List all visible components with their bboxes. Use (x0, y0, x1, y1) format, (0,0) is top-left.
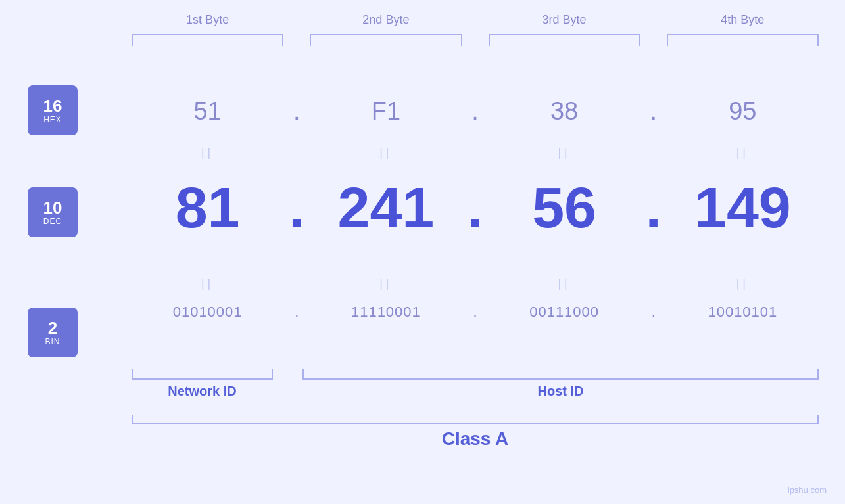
watermark: ipshu.com (788, 485, 827, 495)
eq1-3: || (489, 146, 640, 160)
bin-base-name: BIN (45, 337, 60, 346)
network-id-label: Network ID (132, 384, 273, 399)
bin-val-1: 01010001 (132, 304, 283, 321)
bin-val-2: 11110001 (310, 304, 462, 321)
eq1-2: || (310, 146, 462, 160)
dec-base-number: 10 (43, 198, 62, 218)
bin-dot-3: . (640, 304, 667, 321)
hex-val-3: 38 (489, 97, 640, 126)
top-bracket-1 (132, 34, 283, 46)
host-id-bracket (302, 369, 819, 380)
equals-row-2: || || || || (132, 277, 819, 291)
class-label: Class A (132, 428, 819, 449)
byte-label-3: 3rd Byte (489, 13, 640, 27)
hex-dot-3: . (640, 97, 667, 126)
hex-row: 51 . F1 . 38 . 95 (132, 97, 819, 126)
eq1-4: || (667, 146, 819, 160)
hex-base-name: HEX (43, 115, 62, 124)
top-bracket-3 (489, 34, 640, 46)
hex-val-1: 51 (132, 97, 283, 126)
byte-label-1: 1st Byte (132, 13, 283, 27)
hex-base-box: 16 HEX (28, 85, 78, 135)
dec-dot-3: . (640, 174, 667, 241)
network-id-bracket (132, 369, 273, 380)
equals-row-1: || || || || (132, 146, 819, 160)
bin-base-box: 2 BIN (28, 308, 78, 357)
hex-val-4: 95 (667, 97, 819, 126)
eq1-1: || (132, 146, 283, 160)
eq2-4: || (667, 277, 819, 291)
eq2-3: || (489, 277, 640, 291)
host-id-label: Host ID (302, 384, 819, 399)
dec-val-3: 56 (489, 174, 640, 241)
dec-dot-1: . (283, 174, 310, 241)
hex-dot-2: . (462, 97, 489, 126)
dec-val-4: 149 (667, 174, 819, 241)
bin-val-4: 10010101 (667, 304, 819, 321)
dec-base-box: 10 DEC (28, 187, 78, 237)
hex-base-number: 16 (43, 97, 62, 116)
hex-dot-1: . (283, 97, 310, 126)
dec-dot-2: . (462, 174, 489, 241)
dec-row: 81 . 241 . 56 . 149 (132, 174, 819, 241)
top-bracket-2 (310, 34, 462, 46)
bin-base-number: 2 (48, 319, 57, 338)
dec-val-1: 81 (132, 174, 283, 241)
bin-val-3: 00111000 (489, 304, 640, 321)
bin-dot-2: . (462, 304, 489, 321)
class-bracket (132, 415, 819, 424)
eq2-1: || (132, 277, 283, 291)
bin-dot-1: . (283, 304, 310, 321)
byte-label-4: 4th Byte (667, 13, 819, 27)
byte-labels-row: 1st Byte 2nd Byte 3rd Byte 4th Byte (132, 13, 819, 27)
hex-val-2: F1 (310, 97, 462, 126)
dec-base-name: DEC (43, 217, 62, 226)
top-bracket-4 (667, 34, 819, 46)
byte-label-2: 2nd Byte (310, 13, 462, 27)
top-brackets-row (132, 34, 819, 46)
eq2-2: || (310, 277, 462, 291)
dec-val-2: 241 (310, 174, 462, 241)
bin-row: 01010001 . 11110001 . 00111000 . 1001010… (132, 304, 819, 321)
